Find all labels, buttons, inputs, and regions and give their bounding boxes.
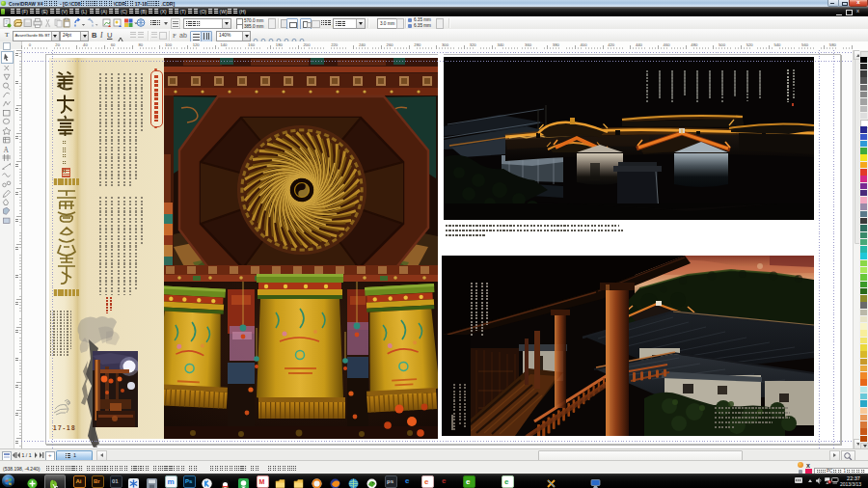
svg-text:A: A xyxy=(4,146,10,154)
